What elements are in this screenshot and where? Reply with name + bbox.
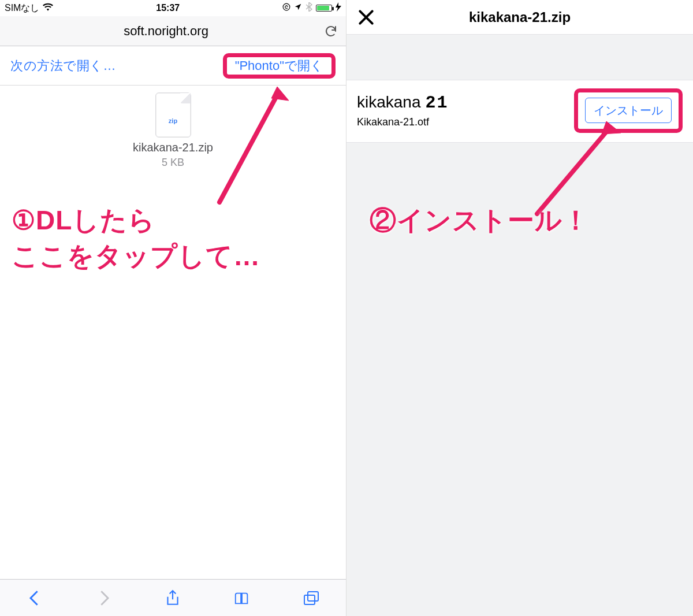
install-button[interactable]: インストール — [585, 98, 672, 123]
right-phone-font-install: kikakana-21.zip kikakana 21 Kikakana-21.… — [346, 0, 693, 616]
status-bar: SIMなし 15:37 — [0, 0, 346, 16]
safari-toolbar — [0, 579, 346, 616]
wifi-icon — [43, 3, 53, 13]
annotation-highlight-box-1: "Phonto"で開く — [223, 53, 336, 79]
location-icon — [294, 3, 302, 13]
svg-rect-3 — [308, 592, 318, 601]
carrier-label: SIMなし — [5, 2, 39, 14]
address-bar-url[interactable]: soft.noright.org — [8, 24, 324, 39]
downloaded-file-preview: zip kikakana-21.zip 5 KB — [0, 86, 346, 155]
forward-icon[interactable] — [95, 589, 113, 607]
open-in-phonto-button[interactable]: "Phonto"で開く — [227, 53, 331, 79]
annotation-text-2: ②インストール！ — [370, 202, 693, 238]
file-size-label: 5 KB — [0, 157, 346, 169]
rotation-lock-icon — [282, 3, 290, 13]
battery-icon — [316, 5, 332, 12]
file-name-label: kikakana-21.zip — [0, 141, 346, 154]
tabs-icon[interactable] — [303, 589, 320, 607]
font-row: kikakana 21 Kikakana-21.otf インストール — [346, 80, 693, 143]
open-with-bar: 次の方法で開く… "Phonto"で開く — [0, 46, 346, 86]
modal-title: kikakana-21.zip — [469, 9, 571, 25]
clock: 15:37 — [156, 3, 180, 13]
svg-point-0 — [283, 3, 290, 10]
file-ext-label: zip — [156, 117, 191, 124]
bookmarks-icon[interactable] — [233, 589, 251, 607]
reload-icon[interactable] — [324, 24, 338, 38]
bluetooth-icon — [305, 2, 312, 14]
file-icon[interactable]: zip — [155, 92, 191, 138]
charging-icon — [336, 2, 341, 14]
safari-nav-bar: soft.noright.org — [0, 16, 346, 46]
annotation-highlight-box-2: インストール — [574, 88, 683, 133]
annotation-text-1: ①DLしたら ここをタップして… — [12, 202, 335, 274]
spacer — [346, 35, 693, 80]
font-display-name: kikakana 21 — [357, 93, 449, 113]
open-with-link[interactable]: 次の方法で開く… — [10, 57, 116, 75]
share-icon[interactable] — [164, 589, 181, 607]
font-filename: Kikakana-21.otf — [357, 116, 449, 128]
back-icon[interactable] — [26, 589, 43, 607]
font-number-text: 21 — [426, 93, 449, 113]
close-icon[interactable] — [357, 8, 375, 27]
svg-rect-2 — [304, 595, 315, 604]
left-phone-safari: SIMなし 15:37 — [0, 0, 346, 616]
font-name-text: kikakana — [357, 93, 421, 112]
modal-header: kikakana-21.zip — [346, 0, 693, 35]
